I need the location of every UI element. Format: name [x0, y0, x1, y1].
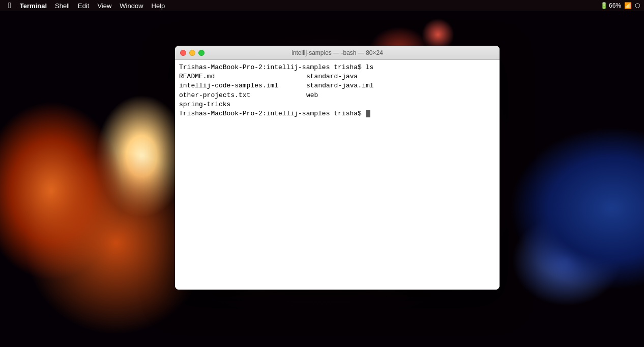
maximize-button[interactable] — [198, 50, 204, 56]
terminal-window: intellij-samples — -bash — 80×24 Trishas… — [175, 46, 500, 290]
terminal-col1: README.md intellij-code-samples.iml othe… — [179, 72, 306, 109]
apple-menu[interactable]:  — [4, 1, 15, 10]
title-bar: intellij-samples — -bash — 80×24 — [175, 46, 500, 60]
battery-icon: 🔋 — [600, 2, 608, 9]
file-standard-java-iml: standard-java.iml — [306, 81, 433, 90]
menubar-left:  Terminal Shell Edit View Window Help — [4, 1, 168, 10]
menubar-shell[interactable]: Shell — [51, 2, 73, 10]
menubar-right: 🔋 66% 📶 ⬡ — [600, 2, 640, 9]
file-standard-java: standard-java — [306, 72, 433, 81]
file-web: web — [306, 91, 433, 100]
file-readme: README.md — [179, 72, 306, 81]
bluetooth-icon: ⬡ — [635, 2, 640, 9]
battery-indicator: 🔋 66% — [600, 2, 621, 9]
menubar:  Terminal Shell Edit View Window Help 🔋… — [0, 0, 644, 11]
terminal-file-listing: README.md intellij-code-samples.iml othe… — [179, 72, 495, 109]
menubar-edit[interactable]: Edit — [74, 2, 93, 10]
menubar-app-name[interactable]: Terminal — [16, 2, 50, 10]
terminal-content[interactable]: Trishas-MacBook-Pro-2:intellij-samples t… — [175, 60, 500, 290]
menubar-view[interactable]: View — [94, 2, 115, 10]
minimize-button[interactable] — [189, 50, 195, 56]
terminal-cursor — [366, 110, 370, 117]
file-other-projects: other-projects.txt — [179, 91, 306, 100]
close-button[interactable] — [180, 50, 186, 56]
file-spring-tricks: spring-tricks — [179, 100, 306, 109]
terminal-line-prompt1: Trishas-MacBook-Pro-2:intellij-samples t… — [179, 63, 495, 72]
terminal-line-prompt2: Trishas-MacBook-Pro-2:intellij-samples t… — [179, 109, 495, 118]
wifi-icon: 📶 — [624, 2, 632, 9]
menubar-window[interactable]: Window — [116, 2, 147, 10]
terminal-col2: standard-java standard-java.iml web — [306, 72, 433, 109]
file-iml: intellij-code-samples.iml — [179, 81, 306, 90]
traffic-lights — [180, 50, 204, 56]
menubar-help[interactable]: Help — [148, 2, 169, 10]
window-title: intellij-samples — -bash — 80×24 — [291, 49, 383, 56]
